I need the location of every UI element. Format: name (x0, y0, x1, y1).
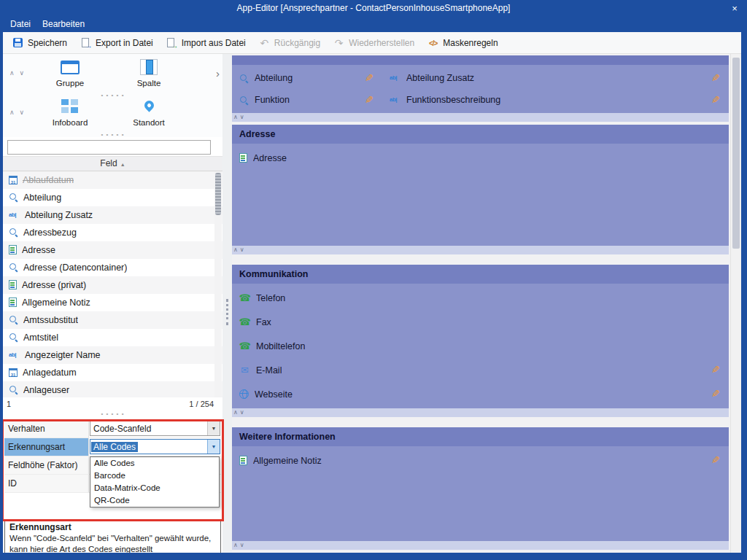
preview-field[interactable]: Fax (232, 310, 729, 334)
preview-field[interactable]: Webseite (232, 382, 729, 406)
collapse-up-icon[interactable] (233, 247, 238, 253)
form-icon (9, 245, 17, 254)
dropdown-option[interactable]: Data-Matrix-Code (90, 482, 219, 494)
toolbar-button-speichern[interactable]: Speichern (6, 32, 74, 54)
scrollbar-thumb[interactable] (215, 173, 221, 215)
field-list-item[interactable]: Abteilung Zusatz (3, 206, 222, 224)
dropdown-option[interactable]: QR-Code (90, 494, 219, 507)
property-editor-erkennungsart[interactable]: Alle Codes (90, 439, 220, 454)
field-list-item[interactable]: Adresse (Datencontainer) (3, 259, 222, 276)
form-icon (239, 153, 247, 163)
move-down-icon[interactable] (20, 70, 25, 77)
toolbar-button-export-in-datei[interactable]: Export in Datei (74, 32, 160, 54)
row-count: 1 / 254 (189, 400, 214, 408)
edit-pencil-icon[interactable] (365, 73, 374, 84)
form-icon (9, 280, 17, 289)
property-label-verhalten[interactable]: Verhalten (4, 420, 89, 438)
edit-pencil-icon[interactable] (711, 95, 720, 106)
edit-pencil-icon[interactable] (365, 95, 374, 106)
title-bar: App-Editor [Ansprechpartner - ContactPer… (0, 0, 747, 16)
field-list-scrollbar[interactable] (214, 171, 222, 397)
menu-item-bearbeiten[interactable]: Bearbeiten (36, 16, 90, 32)
preview-section-adresse: AdresseAdresse (232, 125, 729, 246)
field-list-item[interactable]: Ablaufdatum (3, 171, 222, 189)
field-list-item[interactable]: Abteilung (3, 189, 222, 206)
toolbar: SpeichernExport in DateiImport aus Datei… (3, 32, 741, 54)
drag-handle[interactable] (3, 131, 222, 137)
toolbox-item-spalte[interactable]: Spalte (109, 58, 188, 88)
move-down-icon[interactable] (20, 109, 25, 116)
property-label-erkennungsart[interactable]: Erkennungsart (4, 438, 89, 456)
toolbox-item-gruppe[interactable]: Gruppe (31, 58, 109, 88)
menu-item-datei[interactable]: Datei (4, 16, 36, 32)
preview-field[interactable]: Mobiltelefon (232, 334, 729, 358)
dropdown-option[interactable]: Barcode (90, 470, 219, 482)
search-icon (9, 228, 18, 237)
toolbar-button-wiederherstellen: Wiederherstellen (327, 32, 421, 54)
section-splitter[interactable] (232, 541, 729, 550)
collapse-up-icon[interactable] (233, 114, 238, 120)
field-list: AblaufdatumAbteilungAbteilung ZusatzAdre… (3, 171, 222, 397)
field-list-item[interactable]: Adresse (privat) (3, 276, 222, 294)
drag-handle[interactable] (3, 92, 222, 98)
toolbar-button-rückgängig: Rückgängig (252, 32, 327, 54)
mail-icon (239, 365, 250, 375)
toolbar-button-import-aus-datei[interactable]: Import aus Datei (160, 32, 252, 54)
section-splitter[interactable] (232, 408, 729, 417)
field-list-item[interactable]: Anlagedatum (3, 364, 222, 381)
property-editor-verhalten[interactable]: Code-Scanfeld (90, 421, 220, 436)
panel-splitter[interactable] (222, 54, 232, 556)
preview-field[interactable]: Adresse (232, 146, 729, 170)
section-splitter[interactable] (232, 246, 729, 254)
form-icon (9, 298, 17, 307)
expand-toolbox-icon[interactable] (216, 67, 220, 79)
field-list-item[interactable]: Adresse (3, 241, 222, 259)
field-list-item[interactable]: Angezeigter Name (3, 346, 222, 364)
collapse-up-icon[interactable] (233, 542, 238, 548)
field-list-item[interactable]: Amtstitel (3, 329, 222, 346)
preview-scrollbar[interactable] (730, 54, 741, 556)
calendar-icon (9, 176, 18, 184)
preview-field[interactable]: E-Mail (232, 358, 729, 382)
collapse-down-icon[interactable] (240, 247, 244, 253)
preview-field[interactable]: Funktion (232, 89, 382, 111)
collapse-down-icon[interactable] (240, 542, 244, 548)
close-button[interactable]: × (722, 3, 747, 14)
move-up-icon[interactable] (9, 109, 15, 116)
collapse-down-icon[interactable] (240, 114, 244, 120)
preview-field[interactable]: Abteilung (232, 67, 382, 89)
dropdown-arrow-icon[interactable] (207, 440, 220, 454)
property-label-id[interactable]: ID (4, 475, 89, 492)
edit-pencil-icon[interactable] (711, 73, 720, 84)
collapse-up-icon[interactable] (233, 410, 238, 416)
field-list-item[interactable]: Amtssubstitut (3, 311, 222, 329)
toolbox-item-infoboard[interactable]: Infoboard (31, 98, 109, 127)
section-splitter[interactable] (232, 113, 729, 122)
preview-field[interactable]: Funktionsbeschreibung (382, 89, 729, 111)
preview-field[interactable]: Telefon (232, 286, 729, 310)
edit-pencil-icon[interactable] (711, 365, 720, 376)
field-list-item[interactable]: Allgemeine Notiz (3, 294, 222, 311)
toolbox-item-standort[interactable]: Standort (109, 98, 188, 127)
help-title: Erkennungsart (9, 522, 216, 532)
preview-field[interactable]: Allgemeine Notiz (232, 448, 729, 472)
edit-pencil-icon[interactable] (711, 389, 720, 400)
dropdown-arrow-icon[interactable] (207, 421, 220, 435)
splitter-handle[interactable] (226, 299, 229, 325)
field-filter-input[interactable] (7, 140, 211, 155)
move-up-icon[interactable] (9, 70, 15, 77)
dropdown-option[interactable]: Alle Codes (90, 457, 219, 470)
field-list-item[interactable]: Anlageuser (3, 381, 222, 397)
toolbar-button-maskenregeln[interactable]: Maskenregeln (421, 32, 504, 54)
edit-pencil-icon[interactable] (711, 455, 720, 466)
preview-field[interactable]: Abteilung Zusatz (382, 67, 729, 89)
text-icon (390, 96, 400, 104)
collapse-down-icon[interactable] (240, 410, 244, 416)
drag-handle[interactable] (3, 411, 222, 418)
phone-icon (239, 293, 250, 303)
field-list-item[interactable]: Adressbezug (3, 224, 222, 241)
dropdown-list: Alle CodesBarcodeData-Matrix-CodeQR-Code (90, 456, 220, 508)
scrollbar-thumb[interactable] (732, 58, 740, 249)
field-column-header[interactable]: Feld (3, 156, 222, 171)
property-label-feldhöhe-faktor[interactable]: Feldhöhe (Faktor) (4, 456, 89, 474)
